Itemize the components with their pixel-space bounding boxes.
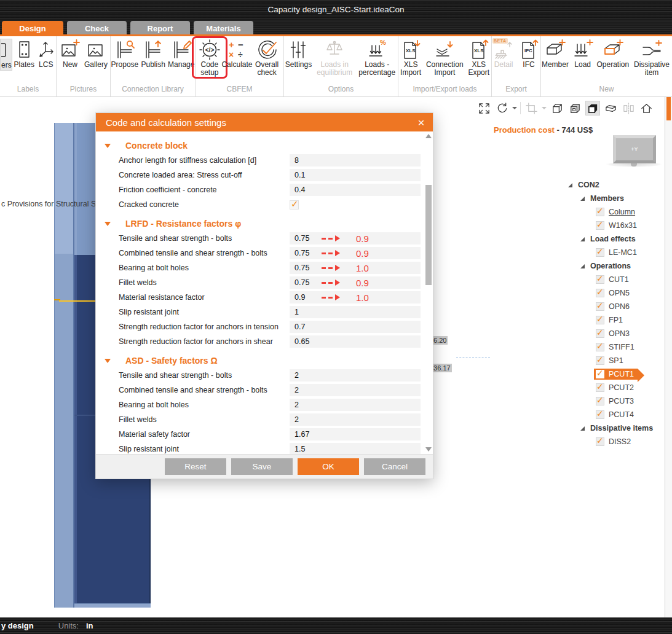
tree-item-column[interactable]: Column — [566, 205, 665, 219]
checkbox-checked-icon[interactable] — [596, 275, 604, 284]
tree-row-body[interactable]: OPN5 — [594, 288, 633, 299]
setting-value-field[interactable]: 1 — [290, 306, 421, 318]
tree-item-fp1[interactable]: FP1 — [566, 313, 665, 327]
tree-item-cut1[interactable]: CUT1 — [566, 273, 665, 286]
tree-row-body[interactable]: PCUT4 — [594, 409, 638, 420]
tree-item-sp1[interactable]: SP1 — [566, 354, 665, 367]
ribbon-button-publish[interactable]: Publish — [141, 39, 166, 69]
tree-item-con2[interactable]: CON2 — [566, 178, 665, 192]
tree-item-label[interactable]: Column — [609, 208, 635, 216]
tree-item-le-mc1[interactable]: LE-MC1 — [566, 246, 665, 259]
ribbon-button-calculate[interactable]: +−×÷Calculate — [226, 39, 249, 69]
tree-item-pcut1[interactable]: PCUT1 — [566, 367, 665, 381]
tree-item-opn3[interactable]: OPN3 — [566, 327, 665, 340]
checkbox-checked-icon[interactable] — [596, 410, 604, 419]
tree-row-body[interactable]: PCUT2 — [594, 382, 638, 393]
setting-value-field[interactable]: 0.750.9 — [290, 276, 421, 289]
tree-item-diss2[interactable]: DISS2 — [566, 435, 665, 448]
setting-value-field[interactable]: 0.65 — [290, 335, 421, 348]
tree-item-dissipative-items[interactable]: Dissipative items — [566, 421, 665, 435]
tree-item-w16x31[interactable]: W16x31 — [566, 219, 665, 232]
tree-item-opn5[interactable]: OPN5 — [566, 286, 665, 300]
setting-value-field[interactable]: 8 — [290, 154, 421, 166]
dialog-scrollbar-thumb[interactable] — [425, 185, 432, 285]
setting-value-field[interactable]: 0.750.9 — [290, 247, 421, 259]
tree-row-body[interactable]: PCUT3 — [594, 396, 638, 407]
ribbon-button-new[interactable]: New — [58, 39, 82, 69]
chevron-down-icon[interactable] — [512, 107, 517, 109]
section-collapse-icon[interactable] — [105, 222, 111, 226]
checkbox-checked-icon[interactable] — [596, 316, 604, 324]
setting-value-field[interactable]: 2 — [290, 399, 421, 411]
tab-design[interactable]: Design — [2, 21, 63, 36]
section-collapse-icon[interactable] — [105, 359, 111, 363]
ribbon-button-lcs[interactable]: LCS — [36, 39, 57, 69]
solid-view-icon[interactable] — [585, 101, 600, 115]
dialog-section-lrfd-resistance-factors[interactable]: LRFD - Resistance factors φ — [96, 216, 424, 231]
ribbon-button-xls-export[interactable]: XLSXLS Export — [466, 39, 491, 77]
ribbon-button-dissipative-item[interactable]: Dissipative item — [631, 39, 672, 77]
home-view-icon[interactable] — [639, 101, 654, 115]
expander-triangle-icon[interactable] — [580, 197, 585, 201]
ribbon-button-load[interactable]: Load — [571, 39, 595, 69]
checkbox-checked-icon[interactable] — [596, 383, 604, 392]
save-button[interactable]: Save — [231, 458, 293, 475]
scroll-down-icon[interactable] — [425, 447, 432, 452]
section-collapse-icon[interactable] — [105, 144, 111, 148]
reset-button[interactable]: Reset — [165, 458, 226, 475]
expander-triangle-icon[interactable] — [568, 183, 572, 187]
tree-item-load-effects[interactable]: Load effects — [566, 232, 665, 246]
checkbox-checked-icon[interactable] — [596, 343, 604, 351]
tree-row-body[interactable]: FP1 — [594, 315, 627, 326]
ok-button[interactable]: OK — [298, 458, 359, 475]
ribbon-button-settings[interactable]: Settings — [285, 39, 312, 69]
setting-value-field[interactable]: 2 — [290, 369, 421, 382]
tree-row-body[interactable]: LE-MC1 — [594, 247, 641, 258]
canvas-scrollbar-thumb[interactable] — [666, 97, 671, 120]
view-cube[interactable]: +Y — [613, 135, 656, 163]
checkbox-checked-icon[interactable] — [596, 221, 604, 230]
tree-item-opn6[interactable]: OPN6 — [566, 300, 665, 313]
ribbon-button-code-setup[interactable]: </>Code setup — [196, 39, 224, 77]
tab-report[interactable]: Report — [130, 21, 190, 36]
dialog-titlebar[interactable]: Code and calculation settings × — [96, 113, 433, 131]
dialog-section-concrete-block[interactable]: Concrete block — [96, 138, 424, 153]
tree-row-body[interactable]: OPN6 — [594, 301, 633, 312]
dialog-scrollbar[interactable] — [425, 133, 432, 453]
ribbon-button-propose[interactable]: Propose — [111, 39, 139, 69]
cancel-button[interactable]: Cancel — [364, 458, 425, 475]
tab-check[interactable]: Check — [67, 21, 127, 36]
tree-item-stiff1[interactable]: STIFF1 — [566, 340, 665, 354]
ribbon-button-loads-percentage[interactable]: %Loads - percentage — [357, 39, 397, 77]
setting-value-field[interactable]: 2 — [290, 384, 421, 396]
checkbox-checked-icon[interactable] — [596, 437, 604, 446]
ribbon-button-overall-check[interactable]: Overall check — [250, 39, 283, 77]
wireframe-view-icon[interactable] — [550, 101, 564, 115]
tree-row-body[interactable]: W16x31 — [594, 220, 641, 231]
setting-value-field[interactable]: 1.67 — [290, 428, 421, 440]
ribbon-button-manage[interactable]: Manage — [167, 39, 195, 69]
tree-row-body[interactable]: OPN3 — [594, 328, 633, 339]
checkbox-checked-icon[interactable] — [596, 289, 604, 297]
expander-triangle-icon[interactable] — [580, 264, 585, 268]
dialog-section-asd-safety-factors[interactable]: ASD - Safety factors Ω — [96, 353, 424, 368]
setting-value-field[interactable]: 0.750.9 — [290, 232, 421, 245]
transparent-view-icon[interactable] — [603, 101, 618, 115]
tree-row-body[interactable]: SP1 — [594, 355, 627, 366]
tree-row-body[interactable]: CUT1 — [594, 274, 633, 285]
checkbox-checked-icon[interactable] — [596, 302, 604, 311]
zoom-extents-icon[interactable] — [476, 101, 491, 115]
checkbox-checked-icon[interactable] — [596, 397, 604, 405]
tree-item-pcut2[interactable]: PCUT2 — [566, 381, 665, 394]
checkbox-checked-icon[interactable] — [596, 329, 604, 338]
ribbon-button-operation[interactable]: Operation — [596, 39, 630, 69]
tree-item-pcut4[interactable]: PCUT4 — [566, 408, 665, 421]
canvas-scrollbar[interactable] — [665, 97, 672, 617]
setting-value-field[interactable]: 0.1 — [290, 169, 421, 181]
tree-item-operations[interactable]: Operations — [566, 259, 665, 273]
ribbon-button-connection-import[interactable]: Connection Import — [425, 39, 464, 77]
ribbon-button-member[interactable]: Member — [541, 39, 569, 69]
setting-value-field[interactable]: 0.4 — [290, 184, 421, 196]
setting-value-field[interactable]: 0.751.0 — [290, 262, 421, 274]
tree-row-body[interactable]: DISS2 — [594, 436, 634, 447]
